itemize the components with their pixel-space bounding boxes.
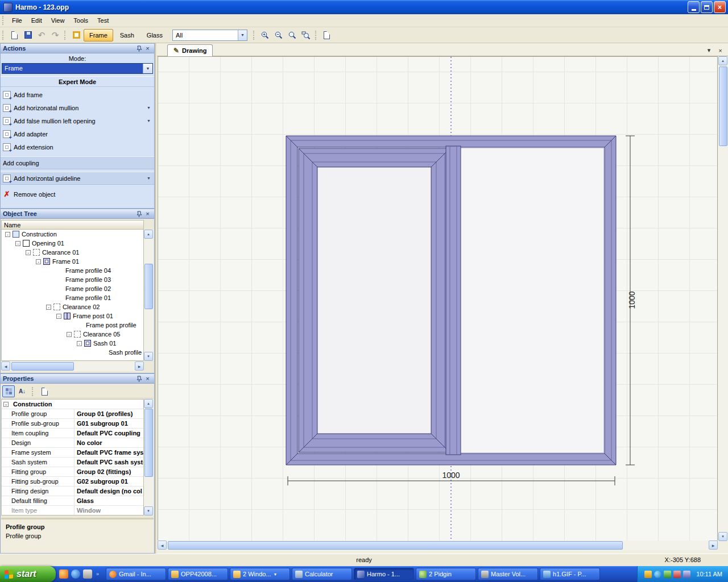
property-row[interactable]: Sash systemDefault PVC sash syste (2, 458, 143, 467)
property-row[interactable]: Default fillingGlass (2, 496, 143, 506)
redo-button[interactable]: ↷ (48, 28, 62, 42)
collapse-icon[interactable]: - (26, 250, 31, 255)
zoom-normal-button[interactable] (286, 28, 299, 42)
action-add-adapter[interactable]: Add adapter (1, 127, 154, 140)
tab-close-icon[interactable]: × (716, 46, 725, 55)
property-row[interactable]: Frame systemDefault PVC frame sys (2, 448, 143, 458)
taskbar-button-image-viewer[interactable]: h1.GIF - P... (540, 568, 600, 580)
start-button[interactable]: start (0, 566, 56, 582)
property-row[interactable]: Profile groupGroup 01 (profiles) (2, 409, 143, 419)
close-icon[interactable]: × (143, 375, 152, 383)
action-add-horizontal-guideline[interactable]: Add horizontal guideline ▼ (1, 172, 154, 185)
chevron-down-icon[interactable]: ▼ (147, 176, 152, 180)
close-button[interactable]: × (714, 1, 726, 13)
tree-item-opening[interactable]: -Opening 01 (2, 239, 143, 248)
tray-icon[interactable] (664, 571, 671, 578)
property-row[interactable]: DesignNo color (2, 438, 143, 448)
scroll-down-icon[interactable]: ▼ (144, 506, 153, 516)
tree-column-header[interactable]: Name (1, 220, 144, 230)
tree-item-sash-profile[interactable]: Sash profile (2, 348, 143, 357)
filter-combobox[interactable]: All ▼ (172, 30, 247, 41)
chevron-down-icon[interactable]: ▼ (143, 64, 152, 73)
close-icon[interactable]: × (143, 210, 152, 218)
quick-launch-icon[interactable] (83, 569, 92, 579)
taskbar-button-pidgin[interactable]: 2 Pidgin (416, 568, 476, 580)
taskbar-button-gmail[interactable]: Gmail - In... (106, 568, 166, 580)
menu-file[interactable]: File (7, 15, 27, 26)
property-row[interactable]: Fitting sub-groupG02 subgroup 01 (2, 477, 143, 487)
tree-item-frame-profile-03[interactable]: Frame profile 03 (2, 275, 143, 284)
collapse-icon[interactable]: - (5, 232, 10, 237)
scroll-down-icon[interactable]: ▼ (718, 532, 727, 541)
mode-combobox[interactable]: Frame ▼ (2, 63, 153, 74)
canvas-vertical-scrollbar[interactable]: ▲ ▼ (718, 56, 728, 541)
property-row[interactable]: Fitting groupGroup 02 (fittings) (2, 467, 143, 477)
collapse-icon[interactable]: - (46, 305, 51, 310)
pin-icon[interactable] (135, 375, 143, 383)
zoom-out-button[interactable] (272, 28, 286, 42)
collapse-icon[interactable]: - (15, 241, 20, 246)
quick-launch-icon[interactable] (71, 569, 80, 579)
pin-icon[interactable] (135, 210, 143, 218)
chevron-down-icon[interactable]: ▼ (238, 30, 247, 40)
taskbar-button-calculator[interactable]: Calculator (292, 568, 352, 580)
scroll-up-icon[interactable]: ▲ (144, 399, 153, 408)
scrollbar-thumb[interactable] (144, 264, 153, 309)
tree-item-construction[interactable]: -Construction (2, 230, 143, 239)
print-preview-button[interactable] (320, 28, 334, 42)
property-category-row[interactable]: - Construction (2, 400, 143, 409)
scrollbar-thumb[interactable] (11, 362, 74, 371)
tray-icon[interactable] (673, 571, 681, 578)
scroll-up-icon[interactable]: ▲ (718, 56, 727, 65)
right-glass[interactable] (460, 148, 604, 453)
scroll-right-icon[interactable]: ▶ (135, 361, 144, 371)
property-row[interactable]: Item couplingDefault PVC coupling (2, 429, 143, 438)
chevron-down-icon[interactable]: ▼ (147, 106, 152, 110)
tree-item-frame-profile-02[interactable]: Frame profile 02 (2, 284, 143, 293)
minimize-button[interactable] (688, 1, 700, 13)
chevron-down-icon[interactable]: ▼ (147, 119, 152, 123)
tray-icon[interactable] (654, 571, 661, 578)
menu-view[interactable]: View (47, 15, 69, 26)
collapse-icon[interactable]: - (36, 259, 41, 264)
action-add-coupling[interactable]: Add coupling (1, 156, 154, 169)
tree-item-frame-post-01[interactable]: -Frame post 01 (2, 311, 143, 321)
property-pages-button[interactable] (38, 385, 51, 397)
drawing-canvas[interactable]: 1000 1000 (158, 56, 718, 541)
collapse-icon[interactable]: - (77, 341, 82, 346)
scrollbar-thumb[interactable] (168, 541, 623, 550)
action-remove-object[interactable]: ✗ Remove object (1, 188, 154, 201)
tree-horizontal-scrollbar[interactable]: ◀ ▶ (1, 361, 144, 371)
alphabetical-view-button[interactable]: A↓ (16, 385, 28, 397)
collapse-icon[interactable]: - (56, 314, 61, 319)
taskbar-button-windows-group[interactable]: 2 Windo...▼ (230, 568, 290, 580)
pin-icon[interactable] (135, 44, 143, 53)
tray-icon[interactable] (644, 571, 652, 578)
quick-launch-icon[interactable] (59, 569, 68, 579)
menu-edit[interactable]: Edit (27, 15, 47, 26)
save-button[interactable] (21, 28, 35, 42)
frame-post-01[interactable] (446, 146, 461, 455)
categorized-view-button[interactable] (2, 385, 15, 397)
frame-mode-icon-button[interactable] (69, 28, 83, 42)
scroll-left-icon[interactable]: ◀ (1, 361, 10, 371)
tab-drawing[interactable]: ✎ Drawing (167, 44, 213, 56)
tab-list-chevron-icon[interactable]: ▾ (705, 46, 713, 55)
tree-item-clearance-05[interactable]: -Clearance 05 (2, 330, 143, 339)
menu-test[interactable]: Test (93, 15, 113, 26)
property-row[interactable]: Profile sub-groupG01 subgroup 01 (2, 419, 143, 429)
menu-tools[interactable]: Tools (69, 15, 93, 26)
tree-item-clearance-01[interactable]: -Clearance 01 (2, 248, 143, 257)
tree-item-frame-01[interactable]: -Frame 01 (2, 257, 143, 266)
tree-item-frame-post-profile[interactable]: Frame post profile (2, 321, 143, 330)
collapse-icon[interactable]: - (67, 332, 72, 337)
action-add-horizontal-mullion[interactable]: Add horizonatal mullion ▼ (1, 101, 154, 114)
taskbar-button-opp[interactable]: OPP42008... (168, 568, 228, 580)
scrollbar-thumb[interactable] (144, 409, 153, 477)
property-row[interactable]: Fitting designDefault design (no col (2, 487, 143, 496)
glass-mode-button[interactable]: Glass (141, 29, 168, 41)
scroll-up-icon[interactable]: ▲ (144, 230, 153, 239)
properties-vertical-scrollbar[interactable]: ▲ ▼ (144, 399, 154, 516)
sash-mode-button[interactable]: Sash (114, 29, 140, 41)
zoom-fit-button[interactable] (299, 28, 313, 42)
